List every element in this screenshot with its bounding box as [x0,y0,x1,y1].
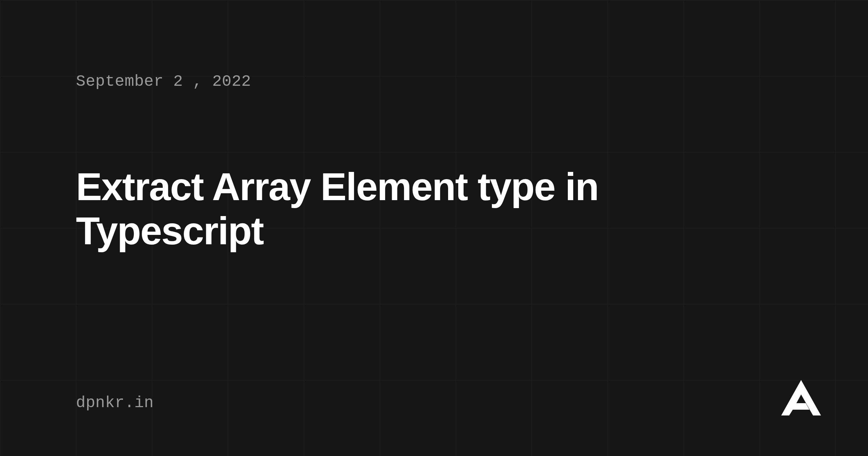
article-date: September 2 , 2022 [76,72,792,90]
site-logo-icon [781,380,821,415]
site-url: dpnkr.in [76,394,154,412]
article-title: Extract Array Element type in Typescript [76,165,792,253]
content-container: September 2 , 2022 Extract Array Element… [76,72,792,253]
